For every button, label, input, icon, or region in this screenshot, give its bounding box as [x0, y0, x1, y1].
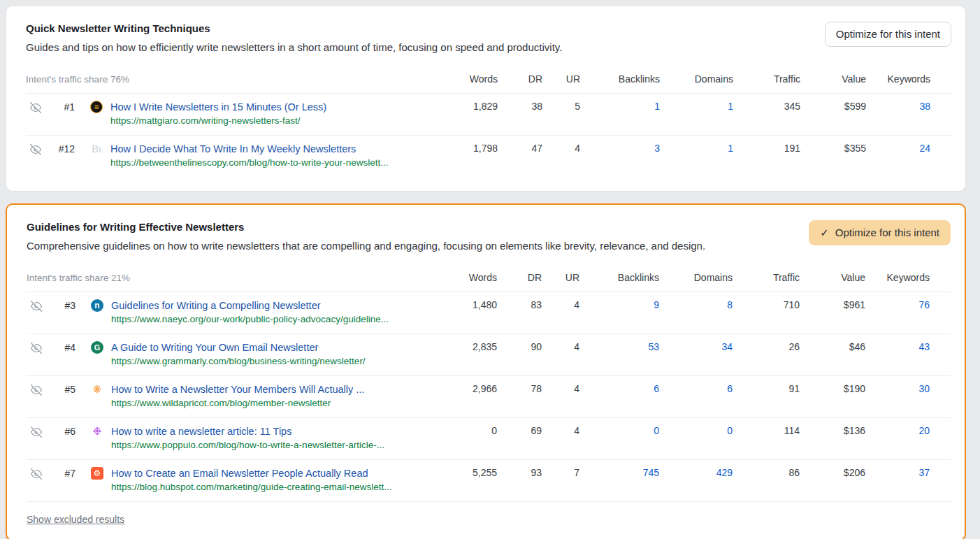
value-value: $355 — [800, 136, 866, 154]
result-cell: #3 Guidelines for Writing a Compelling N… — [27, 292, 447, 333]
table-row: #7 How to Create an Email Newsletter Peo… — [27, 459, 951, 501]
backlinks-link[interactable]: 745 — [579, 460, 659, 478]
hide-result-icon[interactable] — [30, 144, 41, 155]
result-text: How I Decide What To Write In My Weekly … — [110, 142, 388, 170]
table-row: #6 How to write a newsletter article: 11… — [27, 417, 951, 459]
ur-value: 4 — [542, 376, 579, 394]
domains-link[interactable]: 1 — [660, 94, 733, 112]
rank-label: #3 — [42, 299, 75, 311]
ur-value: 4 — [542, 136, 580, 154]
keywords-link[interactable]: 76 — [865, 292, 930, 310]
domains-link[interactable]: 1 — [660, 136, 733, 154]
hide-result-icon[interactable] — [31, 468, 42, 480]
ur-value: 5 — [542, 94, 580, 112]
keywords-link[interactable]: 38 — [866, 94, 930, 112]
hide-result-icon[interactable] — [30, 102, 41, 113]
result-url-link[interactable]: https://www.naeyc.org/our-work/public-po… — [111, 312, 389, 326]
words-value: 5,255 — [447, 460, 497, 478]
column-header-value: Value — [800, 272, 865, 283]
grammarly-favicon-icon — [91, 341, 103, 354]
domains-link[interactable]: 0 — [659, 418, 733, 436]
keywords-link[interactable]: 30 — [865, 376, 930, 394]
column-header-traffic: Traffic — [733, 73, 800, 85]
traffic-value: 91 — [733, 376, 800, 394]
result-url-link[interactable]: https://mattgiaro.com/writing-newsletter… — [110, 114, 326, 128]
keywords-link[interactable]: 43 — [865, 334, 930, 352]
words-value: 1,480 — [447, 292, 497, 310]
result-url-link[interactable]: https://www.poppulo.com/blog/how-to-writ… — [111, 438, 384, 452]
ur-value: 4 — [542, 418, 579, 436]
optimize-intent-button[interactable]: Optimize for this intent — [825, 22, 951, 47]
keywords-link[interactable]: 20 — [865, 418, 930, 436]
result-cell: #4 A Guide to Writing Your Own Email New… — [27, 334, 447, 375]
backlinks-link[interactable]: 9 — [579, 292, 659, 310]
domains-link[interactable]: 6 — [659, 376, 733, 394]
hubspot-favicon-icon — [91, 467, 103, 480]
domains-link[interactable]: 429 — [659, 460, 733, 478]
mattgiaro-favicon-icon — [90, 101, 103, 113]
result-title-link[interactable]: How to write a newsletter article: 11 Ti… — [111, 424, 384, 438]
result-title-link[interactable]: A Guide to Writing Your Own Email Newsle… — [111, 340, 366, 354]
rank-label: #7 — [42, 466, 75, 479]
result-title-link[interactable]: How I Decide What To Write In My Weekly … — [110, 142, 388, 156]
optimize-intent-button-selected[interactable]: ✓ Optimize for this intent — [809, 220, 951, 245]
hide-result-icon[interactable] — [31, 301, 42, 312]
result-url-link[interactable]: https://www.wildapricot.com/blog/member-… — [111, 396, 364, 410]
column-header-dr: DR — [498, 73, 542, 85]
backlinks-link[interactable]: 0 — [579, 418, 659, 436]
result-url-link[interactable]: https://betweenthelinescopy.com/blog/how… — [110, 156, 388, 170]
dr-value: 78 — [497, 376, 542, 394]
table-row: #3 Guidelines for Writing a Compelling N… — [27, 292, 951, 333]
rank-label: #6 — [42, 424, 75, 437]
table-row: #1 How I Write Newsletters in 15 Minutes… — [26, 94, 951, 135]
column-header-value: Value — [800, 73, 866, 85]
intent-card-quick-newsletter: Quick Newsletter Writing Techniques Guid… — [6, 6, 966, 192]
result-url-link[interactable]: https://www.grammarly.com/blog/business-… — [111, 354, 366, 368]
table-header-row: Intent's traffic share 21% Words DR UR B… — [27, 272, 951, 292]
words-value: 1,829 — [447, 94, 498, 112]
intent-card-guidelines-newsletter: Guidelines for Writing Effective Newslet… — [6, 203, 966, 539]
rank-label: #5 — [42, 382, 75, 395]
result-title-link[interactable]: How to Create an Email Newsletter People… — [111, 466, 391, 480]
column-header-domains: Domains — [659, 272, 733, 283]
intent-title: Quick Newsletter Writing Techniques — [26, 22, 808, 36]
result-url-link[interactable]: https://blog.hubspot.com/marketing/guide… — [111, 480, 391, 494]
column-header-dr: DR — [497, 272, 542, 283]
card-header: Guidelines for Writing Effective Newslet… — [27, 220, 951, 254]
ur-value: 7 — [542, 460, 579, 478]
words-value: 2,966 — [447, 376, 497, 394]
card-header: Quick Newsletter Writing Techniques Guid… — [26, 22, 951, 55]
backlinks-link[interactable]: 6 — [579, 376, 659, 394]
dr-value: 93 — [497, 460, 542, 478]
naeyc-favicon-icon — [91, 299, 103, 312]
card-header-text: Guidelines for Writing Effective Newslet… — [27, 220, 809, 254]
keywords-link[interactable]: 24 — [866, 136, 930, 154]
backlinks-link[interactable]: 53 — [579, 334, 659, 352]
result-title-link[interactable]: How to Write a Newsletter Your Members W… — [111, 382, 364, 396]
ur-value: 4 — [542, 292, 579, 310]
hide-result-icon[interactable] — [31, 385, 42, 396]
result-title-link[interactable]: Guidelines for Writing a Compelling News… — [111, 299, 389, 312]
table-header-row: Intent's traffic share 76% Words DR UR B… — [26, 73, 951, 94]
column-header-backlinks: Backlinks — [580, 73, 660, 85]
result-cell: #1 How I Write Newsletters in 15 Minutes… — [26, 94, 447, 135]
hide-result-icon[interactable] — [31, 426, 42, 438]
show-excluded-results-link[interactable]: Show excluded results — [27, 514, 124, 525]
traffic-share-label: Intent's traffic share 76% — [26, 74, 447, 85]
domains-link[interactable]: 34 — [659, 334, 733, 352]
backlinks-link[interactable]: 3 — [580, 136, 660, 154]
backlinks-link[interactable]: 1 — [580, 94, 660, 112]
dr-value: 83 — [497, 292, 542, 310]
keywords-link[interactable]: 37 — [865, 460, 930, 478]
value-value: $961 — [800, 292, 865, 310]
hide-result-icon[interactable] — [31, 343, 42, 354]
result-cell: #7 How to Create an Email Newsletter Peo… — [27, 460, 447, 501]
domains-link[interactable]: 8 — [659, 292, 733, 310]
result-title-link[interactable]: How I Write Newsletters in 15 Minutes (O… — [110, 100, 326, 114]
optimize-button-label: Optimize for this intent — [835, 226, 939, 240]
card-header-text: Quick Newsletter Writing Techniques Guid… — [26, 22, 825, 55]
table-row: #5 How to Write a Newsletter Your Member… — [27, 375, 951, 417]
column-header-words: Words — [447, 73, 498, 85]
dr-value: 47 — [498, 136, 542, 154]
result-text: How to Write a Newsletter Your Members W… — [111, 382, 364, 410]
